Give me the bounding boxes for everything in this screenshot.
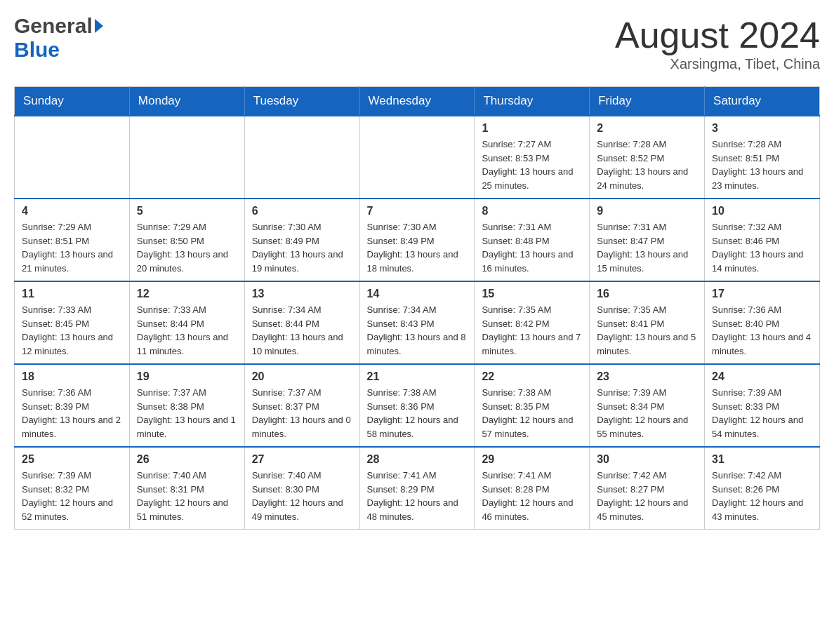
page-header: General Blue August 2024 Xarsingma, Tibe… — [14, 14, 820, 72]
day-number: 21 — [367, 370, 468, 383]
day-number: 18 — [22, 370, 122, 383]
day-number: 8 — [482, 205, 582, 217]
day-info: Sunrise: 7:37 AM Sunset: 8:38 PM Dayligh… — [137, 386, 237, 441]
day-info: Sunrise: 7:39 AM Sunset: 8:32 PM Dayligh… — [22, 469, 122, 523]
day-number: 29 — [482, 453, 582, 466]
calendar-table: SundayMondayTuesdayWednesdayThursdayFrid… — [14, 86, 820, 530]
day-number: 30 — [597, 453, 697, 466]
day-info: Sunrise: 7:30 AM Sunset: 8:49 PM Dayligh… — [367, 220, 468, 275]
day-number: 4 — [22, 205, 122, 217]
day-info: Sunrise: 7:35 AM Sunset: 8:41 PM Dayligh… — [597, 303, 697, 358]
month-title: August 2024 — [615, 14, 820, 56]
day-info: Sunrise: 7:41 AM Sunset: 8:29 PM Dayligh… — [367, 469, 468, 523]
calendar-cell: 29Sunrise: 7:41 AM Sunset: 8:28 PM Dayli… — [475, 447, 590, 530]
calendar-cell: 9Sunrise: 7:31 AM Sunset: 8:47 PM Daylig… — [590, 199, 705, 281]
calendar-day-header: Saturday — [705, 87, 820, 116]
day-number: 27 — [252, 453, 352, 466]
calendar-day-header: Friday — [590, 87, 705, 116]
location-text: Xarsingma, Tibet, China — [615, 56, 820, 72]
day-number: 15 — [482, 288, 582, 300]
day-info: Sunrise: 7:39 AM Sunset: 8:34 PM Dayligh… — [597, 386, 697, 441]
calendar-header-row: SundayMondayTuesdayWednesdayThursdayFrid… — [15, 87, 820, 116]
calendar-day-header: Sunday — [15, 87, 130, 116]
day-number: 9 — [597, 205, 697, 217]
day-info: Sunrise: 7:34 AM Sunset: 8:44 PM Dayligh… — [252, 303, 352, 358]
calendar-cell: 12Sunrise: 7:33 AM Sunset: 8:44 PM Dayli… — [129, 281, 244, 364]
day-info: Sunrise: 7:37 AM Sunset: 8:37 PM Dayligh… — [252, 386, 352, 441]
day-info: Sunrise: 7:28 AM Sunset: 8:52 PM Dayligh… — [597, 137, 697, 192]
day-number: 26 — [137, 453, 237, 466]
day-info: Sunrise: 7:27 AM Sunset: 8:53 PM Dayligh… — [482, 137, 582, 192]
calendar-cell: 6Sunrise: 7:30 AM Sunset: 8:49 PM Daylig… — [244, 199, 359, 281]
calendar-cell: 25Sunrise: 7:39 AM Sunset: 8:32 PM Dayli… — [15, 447, 130, 530]
calendar-cell: 26Sunrise: 7:40 AM Sunset: 8:31 PM Dayli… — [129, 447, 244, 530]
calendar-week-row: 1Sunrise: 7:27 AM Sunset: 8:53 PM Daylig… — [15, 116, 820, 199]
calendar-cell — [129, 116, 244, 199]
day-info: Sunrise: 7:32 AM Sunset: 8:46 PM Dayligh… — [712, 220, 812, 275]
day-info: Sunrise: 7:34 AM Sunset: 8:43 PM Dayligh… — [367, 303, 468, 358]
day-number: 7 — [367, 205, 468, 217]
day-number: 10 — [712, 205, 812, 217]
day-number: 19 — [137, 370, 237, 383]
calendar-cell: 17Sunrise: 7:36 AM Sunset: 8:40 PM Dayli… — [705, 281, 820, 364]
day-number: 16 — [597, 288, 697, 300]
logo: General Blue — [14, 14, 103, 62]
calendar-cell: 10Sunrise: 7:32 AM Sunset: 8:46 PM Dayli… — [705, 199, 820, 281]
day-info: Sunrise: 7:40 AM Sunset: 8:30 PM Dayligh… — [252, 469, 352, 523]
day-number: 14 — [367, 288, 468, 300]
calendar-cell: 27Sunrise: 7:40 AM Sunset: 8:30 PM Dayli… — [244, 447, 359, 530]
day-info: Sunrise: 7:29 AM Sunset: 8:51 PM Dayligh… — [22, 220, 122, 275]
calendar-cell: 21Sunrise: 7:38 AM Sunset: 8:36 PM Dayli… — [359, 364, 475, 447]
calendar-cell: 19Sunrise: 7:37 AM Sunset: 8:38 PM Dayli… — [129, 364, 244, 447]
day-info: Sunrise: 7:40 AM Sunset: 8:31 PM Dayligh… — [137, 469, 237, 523]
day-number: 23 — [597, 370, 697, 383]
day-info: Sunrise: 7:31 AM Sunset: 8:48 PM Dayligh… — [482, 220, 582, 275]
day-number: 31 — [712, 453, 812, 466]
calendar-week-row: 4Sunrise: 7:29 AM Sunset: 8:51 PM Daylig… — [15, 199, 820, 281]
calendar-cell: 3Sunrise: 7:28 AM Sunset: 8:51 PM Daylig… — [705, 116, 820, 199]
day-number: 13 — [252, 288, 352, 300]
day-number: 24 — [712, 370, 812, 383]
calendar-cell: 13Sunrise: 7:34 AM Sunset: 8:44 PM Dayli… — [244, 281, 359, 364]
calendar-week-row: 25Sunrise: 7:39 AM Sunset: 8:32 PM Dayli… — [15, 447, 820, 530]
day-number: 6 — [252, 205, 352, 217]
calendar-cell — [244, 116, 359, 199]
calendar-cell: 1Sunrise: 7:27 AM Sunset: 8:53 PM Daylig… — [475, 116, 590, 199]
day-info: Sunrise: 7:36 AM Sunset: 8:40 PM Dayligh… — [712, 303, 812, 358]
calendar-cell: 23Sunrise: 7:39 AM Sunset: 8:34 PM Dayli… — [590, 364, 705, 447]
day-info: Sunrise: 7:38 AM Sunset: 8:35 PM Dayligh… — [482, 386, 582, 441]
day-info: Sunrise: 7:42 AM Sunset: 8:26 PM Dayligh… — [712, 469, 812, 523]
day-info: Sunrise: 7:31 AM Sunset: 8:47 PM Dayligh… — [597, 220, 697, 275]
calendar-week-row: 11Sunrise: 7:33 AM Sunset: 8:45 PM Dayli… — [15, 281, 820, 364]
day-number: 12 — [137, 288, 237, 300]
calendar-cell: 20Sunrise: 7:37 AM Sunset: 8:37 PM Dayli… — [244, 364, 359, 447]
calendar-cell: 7Sunrise: 7:30 AM Sunset: 8:49 PM Daylig… — [359, 199, 475, 281]
calendar-cell: 16Sunrise: 7:35 AM Sunset: 8:41 PM Dayli… — [590, 281, 705, 364]
day-info: Sunrise: 7:33 AM Sunset: 8:45 PM Dayligh… — [22, 303, 122, 358]
day-number: 28 — [367, 453, 468, 466]
calendar-cell — [15, 116, 130, 199]
day-number: 17 — [712, 288, 812, 300]
day-number: 25 — [22, 453, 122, 466]
day-info: Sunrise: 7:30 AM Sunset: 8:49 PM Dayligh… — [252, 220, 352, 275]
day-number: 20 — [252, 370, 352, 383]
calendar-cell: 28Sunrise: 7:41 AM Sunset: 8:29 PM Dayli… — [359, 447, 475, 530]
day-number: 2 — [597, 122, 697, 135]
calendar-day-header: Tuesday — [244, 87, 359, 116]
day-number: 11 — [22, 288, 122, 300]
calendar-cell: 4Sunrise: 7:29 AM Sunset: 8:51 PM Daylig… — [15, 199, 130, 281]
logo-arrow-icon — [95, 19, 103, 33]
calendar-cell — [359, 116, 475, 199]
calendar-cell: 14Sunrise: 7:34 AM Sunset: 8:43 PM Dayli… — [359, 281, 475, 364]
calendar-cell: 2Sunrise: 7:28 AM Sunset: 8:52 PM Daylig… — [590, 116, 705, 199]
logo-blue-text: Blue — [14, 38, 60, 61]
day-info: Sunrise: 7:29 AM Sunset: 8:50 PM Dayligh… — [137, 220, 237, 275]
day-info: Sunrise: 7:28 AM Sunset: 8:51 PM Dayligh… — [712, 137, 812, 192]
calendar-cell: 11Sunrise: 7:33 AM Sunset: 8:45 PM Dayli… — [15, 281, 130, 364]
day-info: Sunrise: 7:42 AM Sunset: 8:27 PM Dayligh… — [597, 469, 697, 523]
calendar-cell: 30Sunrise: 7:42 AM Sunset: 8:27 PM Dayli… — [590, 447, 705, 530]
calendar-day-header: Thursday — [475, 87, 590, 116]
calendar-week-row: 18Sunrise: 7:36 AM Sunset: 8:39 PM Dayli… — [15, 364, 820, 447]
calendar-cell: 15Sunrise: 7:35 AM Sunset: 8:42 PM Dayli… — [475, 281, 590, 364]
day-number: 5 — [137, 205, 237, 217]
